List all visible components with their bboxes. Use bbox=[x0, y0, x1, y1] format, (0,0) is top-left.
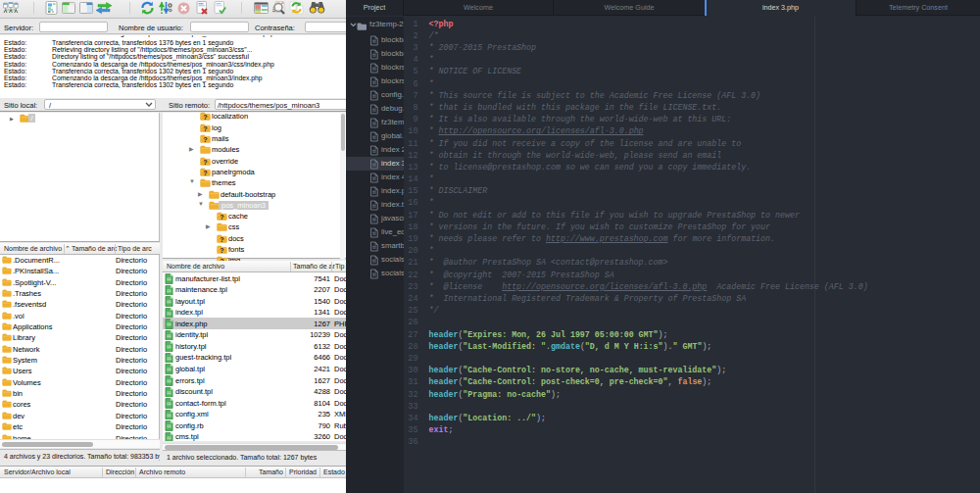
svg-text:?: ? bbox=[203, 135, 207, 143]
svg-text:?: ? bbox=[203, 169, 207, 176]
svg-text:?: ? bbox=[203, 113, 207, 121]
svg-text:?: ? bbox=[220, 234, 223, 242]
svg-text:?: ? bbox=[203, 123, 207, 131]
svg-text:?: ? bbox=[220, 246, 223, 254]
svg-text:?: ? bbox=[220, 213, 223, 221]
svg-text:?: ? bbox=[203, 157, 207, 165]
